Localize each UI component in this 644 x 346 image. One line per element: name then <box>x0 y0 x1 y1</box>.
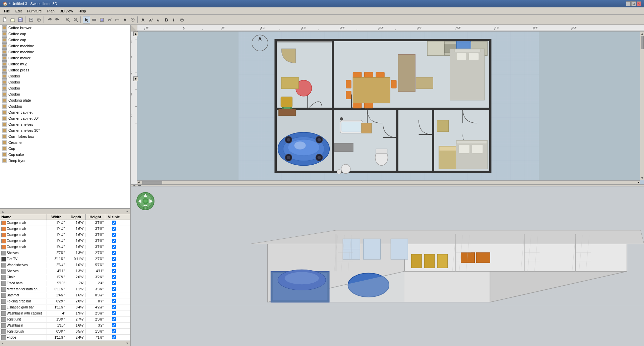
zoom-out-button[interactable] <box>72 16 79 23</box>
properties-panel[interactable]: Orange chair 1'4¼" 1'6⅝" 3'1⅝" Orange ch… <box>0 220 130 341</box>
prop-visible[interactable] <box>105 250 123 256</box>
table-row[interactable]: L shaped grab bar 1'11⅞" 0'4½" 4'2⅛" <box>0 304 130 310</box>
prop-visible[interactable] <box>105 269 123 274</box>
prop-visible[interactable] <box>105 281 123 286</box>
menu-edit[interactable]: Edit <box>13 8 24 14</box>
table-row[interactable]: Orange chair 1'4¼" 1'6⅝" 3'1⅝" <box>0 232 130 238</box>
prop-visible[interactable] <box>105 220 123 226</box>
list-item[interactable]: Coffee cup <box>0 37 130 43</box>
table-row[interactable]: Chair 1'7⅝" 2'0⅜" 3'2⅜" <box>0 274 130 280</box>
menu-furniture[interactable]: Furniture <box>24 8 45 14</box>
view-up-arrow[interactable]: ▲ <box>133 32 138 36</box>
menu-file[interactable]: File <box>1 8 13 14</box>
3d-view[interactable]: + <box>131 186 644 346</box>
table-row[interactable]: Orange chair 1'4¼" 1'6⅝" 3'1⅝" <box>0 220 130 226</box>
prop-visible[interactable] <box>105 335 123 340</box>
bold-button[interactable]: B <box>163 16 170 23</box>
scrollbar-v[interactable]: ▲ ▼ <box>640 32 644 180</box>
create-wall-button[interactable] <box>90 16 98 23</box>
table-row[interactable]: Bathmat 2'4⅞" 1'6½" 0'0⅛" <box>0 292 130 298</box>
create-dimension-button[interactable] <box>114 16 121 23</box>
prop-visible[interactable] <box>105 226 123 232</box>
prop-scroll-up[interactable]: ▲ <box>1 342 4 345</box>
new-button[interactable] <box>1 16 9 23</box>
close-button[interactable]: ✕ <box>637 1 641 6</box>
zoom-in-button[interactable] <box>64 16 72 23</box>
list-item[interactable]: Corn flakes box <box>0 133 130 139</box>
list-item[interactable]: Coffee machine <box>0 49 130 55</box>
list-item[interactable]: Creamer <box>0 139 130 146</box>
add-furniture-button[interactable]: + <box>27 16 35 23</box>
table-row[interactable]: Toilet brush 0'3¾" 0'5⅞" 1'3⅞" <box>0 329 130 335</box>
table-row[interactable]: Wood shelves 2'6¼" 1'0⅜" 5'7⅞" <box>0 262 130 268</box>
scrollbar-h[interactable]: ◄ ► <box>137 180 640 184</box>
open-button[interactable] <box>9 16 16 23</box>
prop-visible[interactable] <box>105 317 123 322</box>
prop-visible[interactable] <box>105 311 123 316</box>
table-row[interactable]: Mixer tap for bath an... 0'11⅞" 1'1⅛" 3'… <box>0 286 130 292</box>
list-item[interactable]: Deep fryer <box>0 158 130 164</box>
prop-visible[interactable] <box>105 293 123 298</box>
maximize-button[interactable]: □ <box>631 1 636 6</box>
list-item[interactable]: Corner shelves <box>0 121 130 127</box>
list-item[interactable]: Cooker <box>0 91 130 97</box>
text-size-down-button[interactable]: A- <box>155 16 163 23</box>
scroll-down-btn[interactable]: ▼ <box>640 177 644 180</box>
list-item[interactable]: Corner cabinet <box>0 109 130 115</box>
create-label-button[interactable]: A <box>121 16 129 23</box>
table-row[interactable]: Flat TV 3'11⅞" 0'11¾" 2'7⅞" <box>0 256 130 262</box>
floorplan-view-2d[interactable]: -6' 0' 6' 12' 18' 24' 30' 36' 42 <box>131 25 644 184</box>
italic-button[interactable]: I <box>171 16 178 23</box>
list-item[interactable]: Cooker <box>0 79 130 85</box>
undo-button[interactable] <box>46 16 53 23</box>
table-row[interactable]: Orange chair 1'4¼" 1'6⅝" 3'1⅝" <box>0 244 130 250</box>
list-item[interactable]: Coffee maker <box>0 55 130 61</box>
prop-visible[interactable] <box>105 323 123 328</box>
create-room-button[interactable] <box>98 16 106 23</box>
menu-plan[interactable]: Plan <box>45 8 57 14</box>
minimize-button[interactable]: — <box>626 1 631 6</box>
prop-visible[interactable] <box>105 305 123 310</box>
prop-visible[interactable] <box>105 238 123 244</box>
save-button[interactable] <box>17 16 24 23</box>
menu-help[interactable]: Help <box>76 8 89 14</box>
scroll-up-btn[interactable]: ▲ <box>640 32 644 35</box>
compass-button[interactable]: N <box>129 16 136 23</box>
text-size-up-button[interactable]: A+ <box>147 16 155 23</box>
table-row[interactable]: Shelves 2'7⅞" 1'3½" 2'7⅞" <box>0 250 130 256</box>
create-polyline-button[interactable] <box>106 16 113 23</box>
prop-visible[interactable] <box>105 329 123 334</box>
select-button[interactable] <box>83 16 90 23</box>
floorplan-canvas[interactable]: N <box>137 32 640 180</box>
list-item[interactable]: Coffee press <box>0 67 130 73</box>
modify-button[interactable] <box>35 16 43 23</box>
list-item[interactable]: Cooker <box>0 73 130 79</box>
prop-visible[interactable] <box>105 275 123 280</box>
scroll-right-btn[interactable]: ► <box>637 181 640 184</box>
help-button[interactable]: ? <box>178 16 186 23</box>
scroll-left-btn[interactable]: ◄ <box>137 181 140 184</box>
table-row[interactable]: Orange chair 1'4¼" 1'6⅝" 3'1⅝" <box>0 238 130 244</box>
scroll-thumb[interactable] <box>641 36 644 49</box>
list-item[interactable]: Cup cake <box>0 152 130 158</box>
list-item[interactable]: Cooktop <box>0 103 130 109</box>
navigation-control[interactable]: + <box>136 192 155 211</box>
list-item[interactable]: Cup <box>0 146 130 152</box>
redo-button[interactable] <box>54 16 61 23</box>
prop-visible[interactable] <box>105 287 123 292</box>
prop-visible[interactable] <box>105 256 123 262</box>
prop-visible[interactable] <box>105 263 123 268</box>
list-item[interactable]: Cooking plate <box>0 97 130 103</box>
list-item[interactable]: Corner shelves 30° <box>0 127 130 133</box>
scroll-up-arrow[interactable]: ▲ <box>1 210 4 213</box>
list-item[interactable]: Corner cabinet 30° <box>0 115 130 121</box>
table-row[interactable]: Folding grab bar 0'2¾" 2'0⅛" 0'7" <box>0 298 130 304</box>
list-item[interactable]: Cooker <box>0 85 130 91</box>
prop-visible[interactable] <box>105 232 123 238</box>
menu-3dview[interactable]: 3D view <box>57 8 76 14</box>
scroll-down-arrow[interactable]: ▼ <box>126 210 129 213</box>
table-row[interactable]: Fitted bath 5'10" 2'6" 2'4" <box>0 280 130 286</box>
list-item[interactable]: Coffee cup <box>0 31 130 37</box>
prop-visible[interactable] <box>105 299 123 304</box>
table-row[interactable]: Orange chair 1'4¼" 1'6⅝" 3'1⅝" <box>0 226 130 232</box>
